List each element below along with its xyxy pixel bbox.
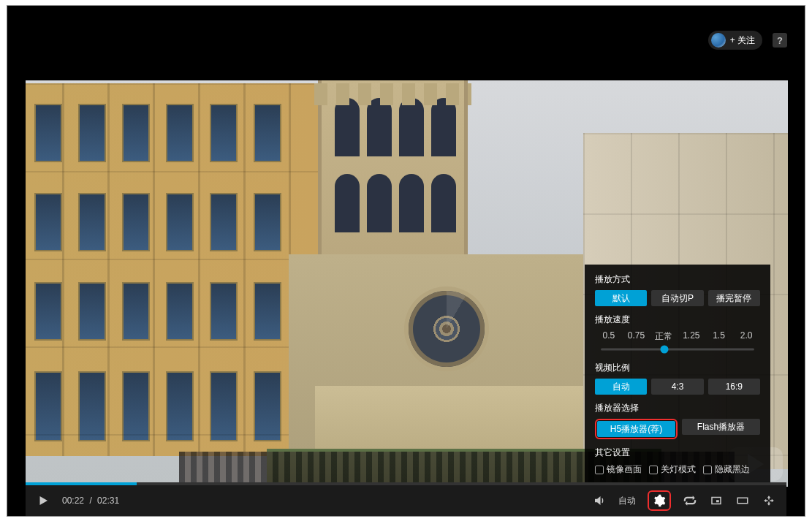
speed-0_75[interactable]: 0.75 <box>623 330 650 343</box>
misc-mirror[interactable]: 镜像画面 <box>595 463 642 476</box>
time-display: 00:22 / 02:31 <box>62 495 119 506</box>
play-mode-auto-next[interactable]: 自动切P <box>651 290 703 306</box>
aspect-16-9[interactable]: 16:9 <box>708 379 760 395</box>
aspect-title: 视频比例 <box>595 362 760 374</box>
speed-section: 播放速度 0.5 0.75 正常 1.25 1.5 2.0 <box>595 314 760 354</box>
settings-panel: 播放方式 默认 自动切P 播完暂停 播放速度 0.5 0.75 正常 1.25 … <box>585 265 770 485</box>
misc-title: 其它设置 <box>595 447 760 459</box>
speed-1_5[interactable]: 1.5 <box>705 330 733 343</box>
settings-button[interactable] <box>652 493 667 508</box>
wide-screen-button[interactable] <box>735 493 750 508</box>
follow-label: + 关注 <box>730 34 755 47</box>
volume-icon <box>593 494 606 507</box>
checkbox-icon <box>703 466 712 474</box>
speed-normal[interactable]: 正常 <box>650 330 678 343</box>
speed-slider-thumb[interactable] <box>660 346 668 354</box>
fullscreen-icon <box>762 494 775 507</box>
play-mode-pause-end[interactable]: 播完暂停 <box>708 290 760 306</box>
misc-mirror-label: 镜像画面 <box>607 463 642 476</box>
misc-hide-bars-label: 隐藏黑边 <box>715 463 750 476</box>
speed-1_25[interactable]: 1.25 <box>678 330 705 343</box>
player-choice-title: 播放器选择 <box>595 402 760 414</box>
aspect-4-3[interactable]: 4:3 <box>651 379 703 395</box>
play-mode-section: 播放方式 默认 自动切P 播完暂停 <box>595 273 760 306</box>
video-player: + 关注 ? <box>7 5 805 517</box>
misc-lights-off[interactable]: 关灯模式 <box>649 463 696 476</box>
time-separator: / <box>86 495 94 506</box>
uploader-avatar <box>711 33 726 48</box>
play-button[interactable] <box>36 493 50 508</box>
top-right-controls: + 关注 ? <box>708 31 787 50</box>
annotation-player-h5: H5播放器(荐) <box>595 419 678 439</box>
gear-icon <box>653 494 666 507</box>
help-button[interactable]: ? <box>773 33 787 48</box>
loop-button[interactable] <box>683 493 697 508</box>
misc-lights-off-label: 关灯模式 <box>661 463 696 476</box>
loop-icon <box>683 494 697 507</box>
speed-title: 播放速度 <box>595 314 760 326</box>
follow-button[interactable]: + 关注 <box>708 31 762 50</box>
aspect-auto[interactable]: 自动 <box>595 379 647 395</box>
play-icon <box>37 494 50 507</box>
checkbox-icon <box>649 466 658 474</box>
speed-2_0[interactable]: 2.0 <box>732 330 760 343</box>
checkbox-icon <box>595 466 604 474</box>
pip-button[interactable] <box>709 493 724 508</box>
progress-played <box>26 482 137 485</box>
help-label: ? <box>777 35 783 46</box>
control-bar: 00:22 / 02:31 自动 <box>26 485 786 516</box>
volume-button[interactable] <box>592 493 607 508</box>
progress-bar[interactable] <box>26 482 786 485</box>
wide-icon <box>736 494 749 507</box>
misc-hide-bars[interactable]: 隐藏黑边 <box>703 463 750 476</box>
pip-icon <box>710 494 723 507</box>
player-choice-flash[interactable]: Flash播放器 <box>682 419 760 435</box>
play-mode-default[interactable]: 默认 <box>595 290 647 306</box>
fullscreen-button[interactable] <box>762 493 776 508</box>
current-time: 00:22 <box>62 495 84 506</box>
annotation-settings-button <box>648 490 671 511</box>
total-time: 02:31 <box>97 495 119 506</box>
play-mode-title: 播放方式 <box>595 273 760 286</box>
player-choice-h5[interactable]: H5播放器(荐) <box>597 421 675 437</box>
player-choice-section: 播放器选择 H5播放器(荐) Flash播放器 <box>595 402 760 439</box>
speed-0_5[interactable]: 0.5 <box>595 330 623 343</box>
quality-selector[interactable]: 自动 <box>618 495 636 507</box>
speed-slider[interactable] <box>595 344 760 354</box>
aspect-section: 视频比例 自动 4:3 16:9 <box>595 362 760 395</box>
misc-section: 其它设置 镜像画面 关灯模式 隐藏黑边 <box>595 447 760 476</box>
